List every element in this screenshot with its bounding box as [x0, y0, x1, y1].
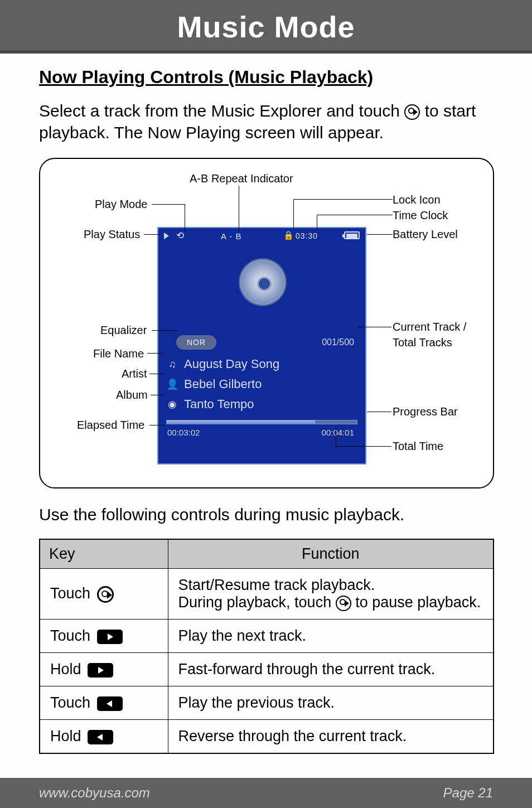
label-elapsed-time: Elapsed Time	[77, 419, 144, 432]
album-art-area	[158, 245, 365, 334]
label-progress-bar: Progress Bar	[393, 405, 458, 418]
label-play-mode: Play Mode	[95, 198, 148, 211]
leader-line	[152, 330, 177, 331]
controls-table: Key Function Touch Start/Resume track pl…	[39, 539, 494, 754]
key-cell: Hold	[40, 720, 168, 754]
status-bar: ⟲ A - B 🔒 03:30	[158, 228, 365, 245]
play-mode-icon: ⟲	[176, 230, 185, 241]
disc-icon	[239, 258, 287, 306]
label-current-track-2: Total Tracks	[393, 336, 452, 349]
label-artist: Artist	[122, 367, 147, 380]
label-battery-level: Battery Level	[393, 228, 458, 241]
leader-line	[358, 327, 391, 327]
leader-line	[336, 446, 391, 447]
intro-text-1: Select a track from the Music Explorer a…	[39, 101, 404, 120]
section-heading: Now Playing Controls (Music Playback)	[39, 67, 493, 88]
leader-line	[185, 204, 185, 231]
key-prefix: Touch	[50, 585, 95, 602]
label-lock-icon: Lock Icon	[393, 193, 441, 206]
controls-intro: Use the following controls during music …	[39, 505, 493, 524]
label-current-track-1: Current Track /	[393, 321, 466, 333]
table-row: Hold Fast-forward through the current tr…	[40, 653, 494, 686]
play-icon	[97, 586, 114, 603]
device-screen: ⟲ A - B 🔒 03:30 NOR 001/500 ♫ August Day…	[157, 227, 366, 465]
function-cell: Fast-forward through the current track.	[168, 653, 494, 686]
leader-line	[147, 353, 164, 354]
table-row: Touch Play the previous track.	[40, 686, 494, 720]
total-time-value: 00:04:01	[322, 428, 354, 437]
key-cell: Hold	[40, 653, 168, 686]
artist-row: 👤 Bebel Gilberto	[158, 374, 365, 394]
leader-line	[367, 412, 391, 412]
leader-line	[152, 204, 185, 205]
label-total-time: Total Time	[393, 440, 443, 453]
header-key: Key	[40, 539, 168, 569]
fn-line2b: to pause playback.	[351, 594, 481, 611]
function-cell: Start/Resume track playback. During play…	[168, 569, 494, 620]
leader-line	[317, 215, 393, 215]
leader-line	[144, 234, 161, 235]
play-icon	[336, 596, 351, 611]
progress-bar	[166, 420, 357, 424]
music-note-icon: ♫	[166, 359, 178, 370]
table-row: Touch Start/Resume track playback. Durin…	[40, 569, 494, 620]
file-name-row: ♫ August Day Song	[158, 354, 365, 374]
prev-button-icon	[97, 696, 123, 711]
leader-line	[149, 374, 164, 374]
equalizer-row: NOR 001/500	[158, 334, 365, 354]
function-cell: Reverse through the current track.	[168, 720, 494, 754]
ab-repeat-indicator: A - B	[221, 231, 242, 241]
document-page: Music Mode Now Playing Controls (Music P…	[0, 0, 532, 808]
next-button-icon	[97, 630, 123, 644]
label-time-clock: Time Clock	[393, 209, 448, 222]
time-clock-value: 03:30	[296, 231, 318, 240]
leader-line	[239, 186, 239, 231]
header-bar: Music Mode	[0, 0, 532, 54]
key-prefix: Touch	[50, 627, 95, 644]
label-ab-repeat: A-B Repeat Indicator	[190, 172, 293, 185]
next-button-icon	[88, 663, 113, 678]
person-icon: 👤	[166, 378, 178, 390]
key-cell: Touch	[40, 620, 168, 653]
intro-paragraph: Select a track from the Music Explorer a…	[39, 100, 493, 143]
function-cell: Play the next track.	[168, 620, 494, 653]
time-row: 00:03:02 00:04:01	[158, 428, 365, 442]
key-cell: Touch	[40, 569, 168, 620]
table-row: Hold Reverse through the current track.	[40, 720, 494, 754]
function-cell: Play the previous track.	[168, 686, 494, 720]
leader-line	[149, 425, 164, 425]
page-title: Music Mode	[0, 0, 532, 54]
key-prefix: Touch	[50, 694, 95, 711]
leader-line	[293, 199, 294, 229]
prev-button-icon	[88, 730, 113, 744]
leader-line	[336, 427, 336, 446]
label-file-name: File Name	[93, 347, 144, 360]
fn-line2a: During playback, touch	[178, 594, 336, 611]
play-status-icon	[164, 233, 169, 239]
leader-line	[293, 199, 393, 200]
table-row: Touch Play the next track.	[40, 620, 494, 653]
leader-line	[367, 234, 393, 235]
label-equalizer: Equalizer	[100, 324, 147, 337]
key-prefix: Hold	[50, 728, 85, 744]
disc-small-icon: ◉	[166, 398, 178, 410]
album-value: Tanto Tempo	[184, 397, 254, 412]
table-header-row: Key Function	[40, 539, 494, 569]
equalizer-pill: NOR	[176, 335, 216, 350]
label-album: Album	[116, 389, 148, 401]
elapsed-time-value: 00:03:02	[167, 428, 200, 437]
artist-value: Bebel Gilberto	[184, 377, 262, 391]
label-play-status: Play Status	[84, 228, 140, 241]
fn-line1: Start/Resume track playback.	[178, 577, 375, 593]
key-prefix: Hold	[50, 661, 85, 678]
content-area: Now Playing Controls (Music Playback) Se…	[0, 54, 532, 754]
key-cell: Touch	[40, 686, 168, 720]
lock-icon: 🔒	[283, 230, 294, 240]
header-function: Function	[168, 539, 494, 569]
battery-icon	[344, 231, 360, 239]
leader-line	[151, 395, 164, 395]
footer-url: www.cobyusa.com	[39, 785, 150, 801]
footer-page: Page 21	[443, 785, 493, 801]
leader-line	[317, 215, 317, 230]
footer-bar: www.cobyusa.com Page 21	[0, 778, 532, 808]
